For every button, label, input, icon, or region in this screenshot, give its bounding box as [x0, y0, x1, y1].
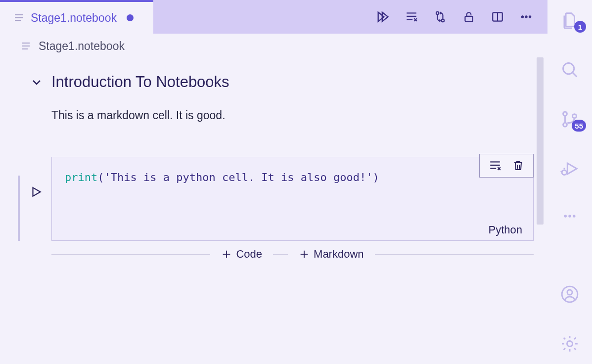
cell-toolbar: [479, 154, 534, 178]
editor-area: Stage1.notebook: [0, 0, 547, 364]
notebook-content: Introduction To Notebooks This is a mark…: [0, 58, 547, 364]
run-debug-button[interactable]: [558, 159, 581, 178]
explorer-button[interactable]: 1: [558, 11, 581, 30]
activity-bar: 1 55: [547, 0, 592, 364]
section-heading-row: Introduction To Notebooks: [31, 73, 518, 91]
accounts-button[interactable]: [558, 285, 581, 304]
svg-point-9: [442, 19, 444, 22]
cell-focus-indicator: [18, 176, 20, 241]
notebook-file-icon: [21, 41, 31, 51]
cell-language-label[interactable]: Python: [489, 224, 523, 236]
svg-point-41: [573, 215, 576, 218]
source-control-button[interactable]: 55: [558, 110, 581, 129]
code-editor[interactable]: print('This is a python cell. It is also…: [51, 157, 534, 241]
svg-point-32: [563, 112, 567, 116]
add-code-label: Code: [236, 248, 262, 261]
clear-cell-output-button[interactable]: [489, 159, 501, 172]
split-editor-button[interactable]: [490, 9, 505, 24]
breadcrumb-title: Stage1.notebook: [39, 40, 125, 53]
compare-changes-button[interactable]: [433, 9, 448, 24]
run-cell-button[interactable]: [30, 185, 43, 200]
divider: [51, 254, 210, 255]
add-markdown-cell-button[interactable]: Markdown: [299, 248, 364, 261]
search-button[interactable]: [558, 60, 581, 79]
svg-line-37: [561, 171, 562, 172]
notebook-file-icon: [14, 13, 24, 23]
svg-point-34: [573, 114, 577, 118]
editor-toolbar: [153, 0, 547, 34]
unsaved-dot-icon: [127, 14, 134, 21]
svg-line-38: [567, 171, 568, 172]
svg-point-13: [521, 16, 523, 18]
divider: [273, 254, 288, 255]
tab-bar: Stage1.notebook: [0, 0, 547, 34]
add-code-cell-button[interactable]: Code: [221, 248, 262, 261]
svg-point-33: [563, 123, 567, 127]
run-all-button[interactable]: [375, 9, 390, 24]
add-cell-row: Code Markdown: [51, 248, 534, 261]
code-line: print('This is a python cell. It is also…: [65, 171, 522, 183]
more-actions-button[interactable]: [519, 9, 534, 24]
svg-point-40: [568, 215, 571, 218]
code-cell[interactable]: print('This is a python cell. It is also…: [14, 157, 534, 241]
clear-outputs-button[interactable]: [404, 9, 419, 24]
svg-point-35: [562, 170, 567, 175]
svg-line-31: [573, 73, 577, 77]
markdown-heading: Introduction To Notebooks: [51, 73, 229, 91]
divider: [375, 254, 534, 255]
svg-point-39: [564, 215, 567, 218]
delete-cell-button[interactable]: [512, 159, 524, 172]
scm-badge: 55: [572, 120, 586, 132]
svg-point-44: [567, 341, 572, 346]
tab-title: Stage1.notebook: [31, 11, 117, 25]
svg-rect-10: [465, 16, 472, 22]
explorer-badge: 1: [574, 21, 586, 33]
more-button[interactable]: [558, 209, 581, 224]
scrollbar-thumb[interactable]: [537, 57, 544, 225]
breadcrumb[interactable]: Stage1.notebook: [0, 34, 547, 58]
svg-point-8: [436, 12, 439, 14]
markdown-body: This is a markdown cell. It is good.: [51, 109, 518, 122]
svg-point-30: [563, 63, 574, 74]
tab-active[interactable]: Stage1.notebook: [0, 0, 153, 34]
settings-button[interactable]: [558, 334, 581, 353]
svg-point-43: [567, 290, 572, 295]
chevron-down-icon[interactable]: [31, 76, 43, 88]
add-markdown-label: Markdown: [314, 248, 364, 261]
svg-point-14: [525, 16, 527, 18]
lock-button[interactable]: [461, 9, 476, 24]
markdown-cell[interactable]: Introduction To Notebooks This is a mark…: [14, 73, 518, 122]
svg-point-15: [529, 16, 531, 18]
